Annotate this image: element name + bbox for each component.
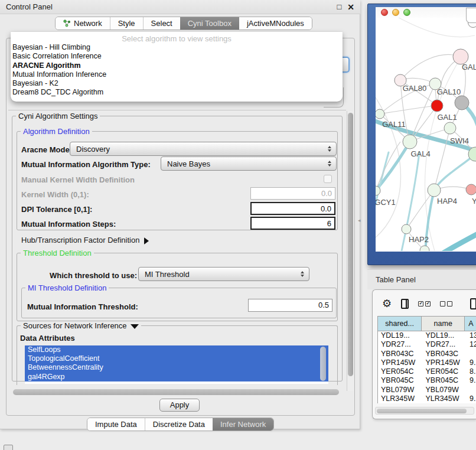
table-row[interactable]: YDR27... YDR27... 12 [378, 340, 476, 349]
node-gray[interactable] [455, 96, 469, 110]
manual-kernel-width-checkbox[interactable] [324, 175, 332, 183]
cell[interactable]: 8. [467, 367, 476, 376]
column-view-icon[interactable] [401, 299, 409, 309]
cell[interactable]: YBR043C [378, 350, 423, 358]
split-pane-collapse-icon[interactable]: ◂ [358, 217, 361, 223]
minimized-panel-icon[interactable] [4, 445, 13, 450]
cell[interactable]: YBR045C [378, 376, 423, 385]
table-horizontal-scrollbar[interactable] [375, 407, 474, 415]
attribute-item-selected[interactable]: TopologicalCoefficient [25, 354, 328, 363]
tab-jactivemnodules[interactable]: jActiveMNodules [239, 17, 312, 30]
column-header-clipped[interactable]: A [465, 317, 476, 331]
cell[interactable]: YBR043C [423, 350, 467, 358]
cell[interactable]: YER054C [378, 367, 423, 376]
table-row[interactable]: YBR043C YBR043C [378, 350, 476, 358]
algorithm-option[interactable]: Dream8 DC_TDC Algorithm [11, 88, 343, 97]
mi-algorithm-type-select[interactable]: Naive Bayes [161, 156, 337, 171]
table-row[interactable]: YDL19... YDL19... 13 [378, 331, 476, 340]
attribute-item-selected[interactable]: SelfLoops [25, 345, 328, 354]
table-row[interactable]: YLR345W YLR345W 9. [378, 394, 476, 403]
apply-button[interactable]: Apply [159, 399, 200, 412]
algorithm-option[interactable]: Bayesian - K2 [11, 79, 343, 88]
tab-select[interactable]: Select [143, 17, 180, 30]
algorithm-option-selected[interactable]: ARACNE Algorithm [11, 61, 343, 70]
tab-style[interactable]: Style [110, 17, 143, 30]
node-group[interactable] [376, 18, 476, 251]
cell[interactable]: YER054C [423, 367, 467, 376]
node-salmon[interactable] [466, 184, 476, 195]
attribute-item-selected[interactable]: gal4RGexp [25, 373, 328, 381]
new-table-icon[interactable] [470, 298, 476, 309]
tab-network[interactable]: Network [56, 17, 110, 30]
cell[interactable] [467, 386, 476, 394]
cell[interactable]: YDL19... [423, 331, 467, 340]
cell[interactable]: 9. [467, 358, 476, 367]
cell[interactable]: 12 [467, 340, 476, 349]
cell[interactable]: 13 [467, 331, 476, 340]
column-header-name[interactable]: name [422, 317, 465, 331]
node-hap2[interactable] [402, 224, 411, 234]
node-gal1[interactable] [444, 122, 456, 134]
mi-steps-input[interactable]: 6 [250, 217, 335, 230]
table-row[interactable]: YBR045C YBR045C 9. [378, 376, 476, 385]
tab-impute-data[interactable]: Impute Data [87, 418, 145, 431]
node-hap4[interactable] [428, 184, 441, 197]
cell[interactable]: YBL079W [378, 386, 423, 394]
tab-infer-network[interactable]: Infer Network [213, 418, 273, 431]
edge-highlighted[interactable] [442, 229, 476, 251]
tab-network-label: Network [74, 19, 102, 28]
settings-vertical-scrollbar[interactable] [347, 111, 354, 391]
cell[interactable]: YPR145W [423, 358, 467, 367]
deselect-all-columns-icon[interactable] [440, 301, 452, 306]
attribute-list-scrollbar-thumb[interactable] [320, 347, 326, 381]
edge-highlighted[interactable] [376, 142, 410, 196]
cell[interactable]: YPR145W [378, 358, 423, 367]
kernel-width-input[interactable]: 0.0 [250, 187, 335, 200]
tab-discretize-data[interactable]: Discretize Data [145, 418, 213, 431]
cell[interactable]: 9. [467, 394, 476, 403]
node-selected-red[interactable] [431, 100, 443, 112]
algorithm-definition-title: Algorithm Definition [21, 127, 92, 136]
table-row[interactable]: YER054C YER054C 8. [378, 367, 476, 376]
node-gal11[interactable] [376, 109, 384, 119]
select-all-columns-icon[interactable] [418, 301, 431, 306]
cell[interactable]: YDL19... [378, 331, 423, 340]
cell[interactable]: YDR27... [423, 340, 467, 349]
algorithm-option[interactable]: Mutual Information Inference [11, 70, 343, 79]
cell[interactable] [467, 350, 476, 358]
sources-group-title[interactable]: Sources for Network Inference [21, 321, 141, 330]
table-horizontal-scrollbar-thumb[interactable] [377, 409, 467, 413]
hub-definition-toggle[interactable]: Hub/Transcription Factor Definition [21, 236, 149, 244]
settings-horizontal-scrollbar-thumb[interactable] [13, 389, 339, 395]
node[interactable] [420, 246, 429, 251]
cell[interactable]: YBL079W [423, 386, 467, 394]
aracne-mode-select[interactable]: Discovery [70, 142, 337, 156]
zoom-button[interactable] [403, 9, 410, 16]
network-window-titlebar[interactable] [376, 7, 476, 18]
dpi-tolerance-input[interactable]: 0.0 [250, 202, 335, 215]
attribute-item-selected[interactable]: BetweennessCentrality [25, 363, 328, 372]
settings-horizontal-scrollbar[interactable] [9, 389, 345, 396]
close-window-icon[interactable]: ✕ [347, 3, 354, 11]
cell[interactable]: YLR345W [378, 394, 423, 403]
data-attributes-list[interactable]: SelfLoops TopologicalCoefficient Between… [25, 345, 328, 384]
settings-vertical-scrollbar-thumb[interactable] [348, 113, 353, 376]
cell[interactable]: YBR045C [423, 376, 467, 385]
cell[interactable]: YDR27... [378, 340, 423, 349]
table-row[interactable]: YPR145W YPR145W 9. [378, 358, 476, 367]
column-header-shared-name[interactable]: shared... [378, 317, 422, 331]
mi-threshold-input[interactable]: 0.5 [248, 299, 332, 312]
close-button[interactable] [381, 9, 388, 16]
which-threshold-select[interactable]: MI Threshold [138, 267, 309, 281]
table-settings-gear-icon[interactable]: ⚙ [382, 298, 392, 309]
tab-cyni-toolbox[interactable]: Cyni Toolbox [180, 17, 239, 30]
algorithm-option[interactable]: Bayesian - Hill Climbing [11, 43, 343, 52]
table-row[interactable]: YBL079W YBL079W [378, 386, 476, 394]
cell[interactable]: YLR345W [423, 394, 467, 403]
node-gal4[interactable] [403, 135, 417, 149]
minimize-button[interactable] [392, 9, 399, 16]
float-window-icon[interactable]: □ [337, 3, 341, 11]
cell[interactable]: 9. [467, 376, 476, 385]
algorithm-option[interactable]: Basic Correlation Inference [11, 52, 343, 61]
network-canvas[interactable]: GAL80 GAL10 GAL1 GAL11 SWI4 GAL4 GCY1 HA… [376, 18, 476, 251]
